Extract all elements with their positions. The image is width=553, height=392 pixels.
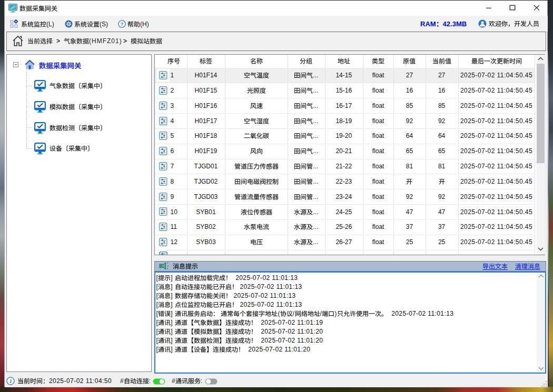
svg-text:?: ? — [121, 21, 124, 27]
